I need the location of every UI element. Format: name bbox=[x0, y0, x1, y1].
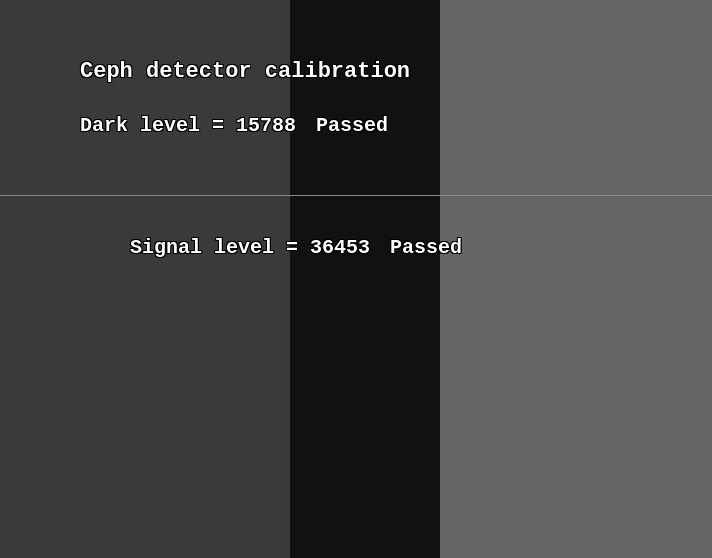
top-section: Ceph detector calibration Dark level = 1… bbox=[0, 0, 712, 195]
signal-level-row: Signal level = 36453 Passed bbox=[130, 236, 462, 259]
main-container: Ceph detector calibration Dark level = 1… bbox=[0, 0, 712, 558]
signal-level-label: Signal level = 36453 bbox=[130, 236, 370, 259]
dark-level-label: Dark level = 15788 bbox=[80, 114, 296, 137]
bottom-section: Signal level = 36453 Passed bbox=[0, 196, 712, 558]
content-overlay: Ceph detector calibration Dark level = 1… bbox=[0, 0, 712, 558]
signal-level-status: Passed bbox=[390, 236, 462, 259]
dark-level-row: Dark level = 15788 Passed bbox=[80, 114, 712, 137]
calibration-title: Ceph detector calibration bbox=[80, 59, 712, 84]
dark-level-status: Passed bbox=[316, 114, 388, 137]
